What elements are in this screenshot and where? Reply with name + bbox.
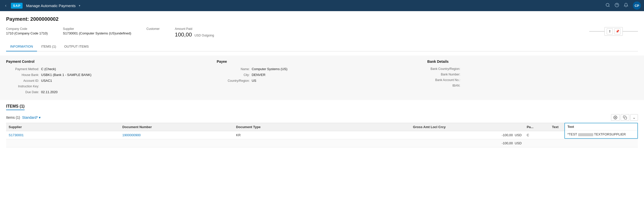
bell-icon[interactable] [624, 3, 628, 9]
bank-number-row: Bank Number: [427, 73, 638, 76]
col-pa: Pa... [524, 123, 549, 131]
view-label: Standard* [22, 115, 38, 120]
user-avatar[interactable]: CP [633, 2, 641, 10]
view-dropdown-icon: ▾ [39, 115, 41, 120]
amount-currency: USD Outgoing [194, 34, 214, 37]
svg-point-0 [606, 3, 609, 6]
workflow-up-button[interactable]: ⇧ [607, 28, 613, 34]
bank-country-row: Bank Country/Region: [427, 67, 638, 71]
items-view-selector[interactable]: Standard* ▾ [22, 115, 40, 120]
items-table-wrapper: Supplier Document Number Document Type G… [6, 123, 638, 147]
totals-currency: USD [515, 141, 522, 145]
supplier-block: Supplier S1730001 (Computer Systems (US)… [63, 27, 131, 35]
payee-name-row: Name: Computer Systems (US) [217, 67, 427, 71]
bank-details-title: Bank Details [427, 59, 638, 64]
document-number-link[interactable]: 1900000900 [122, 133, 141, 137]
row-supplier: S1730001 [6, 131, 120, 139]
row-pa: C [524, 131, 549, 139]
bank-number-label: Bank Number: [427, 73, 460, 76]
payment-control-title: Payment Control [6, 59, 217, 64]
main-content: Payment: 2000000002 Company Code 1710 (C… [0, 11, 644, 219]
header-info: Company Code 1710 (Company Code 1710) Su… [6, 27, 638, 38]
text-popup-header: Text [565, 123, 637, 130]
payee-name-value: Computer Systems (US) [252, 67, 288, 71]
information-section: Payment Control Payment Method: C (Check… [0, 55, 644, 100]
totals-empty-5 [549, 139, 638, 147]
workflow-line-left [589, 31, 604, 32]
totals-amt-value: -100,00 [502, 141, 513, 145]
text-popup: Text *TEST TEXTFORSUPPLIER [564, 123, 638, 139]
house-bank-row: House Bank: USBK1 (Bank 1 - SAMPLE BANK) [6, 73, 217, 77]
account-id-value: USAC1 [41, 79, 52, 83]
company-code-block: Company Code 1710 (Company Code 1710) [6, 27, 48, 35]
items-table: Supplier Document Number Document Type G… [6, 123, 638, 147]
due-date-label: Due Date: [6, 90, 39, 94]
payment-method-row: Payment Method: C (Check) [6, 67, 217, 71]
payee-title: Payee [217, 59, 427, 64]
col-document-type: Document Type [234, 123, 410, 131]
search-icon[interactable] [605, 3, 610, 9]
items-toolbar-left: Items (1) Standard* ▾ [6, 115, 41, 120]
items-table-header: Supplier Document Number Document Type G… [6, 123, 638, 131]
supplier-link[interactable]: S1730001 [9, 133, 24, 137]
tab-items[interactable]: ITEMS (1) [37, 42, 60, 51]
help-icon[interactable] [615, 3, 619, 9]
payee-name-label: Name: [217, 67, 250, 71]
payment-method-label: Payment Method: [6, 67, 39, 71]
account-id-label: Account ID: [6, 79, 39, 83]
expand-icon-button[interactable]: ⌄ [630, 114, 638, 121]
totals-empty-1 [6, 139, 120, 147]
payee-country-label: Country/Region: [217, 79, 250, 83]
company-code-value: 1710 (Company Code 1710) [6, 31, 48, 35]
account-id-row: Account ID: USAC1 [6, 79, 217, 83]
text-popup-suffix: TEXTFORSUPPLIER [594, 132, 626, 136]
text-popup-body: *TEST TEXTFORSUPPLIER [565, 130, 637, 138]
tab-information[interactable]: INFORMATION [6, 42, 37, 51]
text-popup-prefix: *TEST [567, 132, 577, 136]
payment-method-value: C (Check) [41, 67, 56, 71]
payee-city-value: DENVER [252, 73, 265, 77]
copy-icon-button[interactable] [621, 114, 629, 121]
svg-rect-5 [624, 117, 627, 119]
nav-icons: CP [605, 2, 641, 10]
payee-country-value: US [252, 79, 256, 83]
items-table-body: S1730001 1900000900 KR -100,00 USD C [6, 131, 638, 147]
row-document-number: 1900000900 [120, 131, 234, 139]
settings-icon-button[interactable] [611, 114, 620, 121]
workflow-line-right [623, 31, 638, 32]
amount-paid-block: Amount Paid 100,00 USD Outgoing [175, 27, 214, 38]
totals-empty-2 [120, 139, 234, 147]
bank-account-no-row: Bank Account No.: [427, 78, 638, 82]
iban-row: IBAN: [427, 84, 638, 87]
col-supplier: Supplier [6, 123, 120, 131]
bank-details-col: Bank Details Bank Country/Region: Bank N… [427, 59, 638, 96]
table-row: S1730001 1900000900 KR -100,00 USD C [6, 131, 638, 139]
totals-gross-amt: -100,00 USD [410, 139, 524, 147]
nav-title: Manage Automatic Payments [26, 4, 76, 8]
row-document-type: KR [234, 131, 410, 139]
bank-country-label: Bank Country/Region: [427, 67, 460, 71]
col-document-number: Document Number [120, 123, 234, 131]
payee-city-label: City: [217, 73, 250, 77]
payee-city-row: City: DENVER [217, 73, 427, 77]
nav-title-dropdown-icon[interactable]: ▾ [79, 4, 80, 7]
workflow-pin-button[interactable]: 📌 [614, 28, 620, 34]
company-code-label: Company Code [6, 27, 48, 31]
tab-output-items[interactable]: OUTPUT ITEMS [60, 42, 93, 51]
supplier-label: Supplier [63, 27, 131, 31]
customer-block: Customer [147, 27, 160, 31]
amount-value: 100,00 [175, 31, 192, 38]
instruction-key-label: Instruction Key: [6, 85, 39, 88]
totals-empty-4 [524, 139, 549, 147]
workflow-box: ⇧ 📌 [604, 27, 623, 36]
totals-empty-3 [234, 139, 410, 147]
gross-amt-value: -100,00 [502, 133, 513, 137]
items-header-row: Supplier Document Number Document Type G… [6, 123, 638, 131]
payee-country-row: Country/Region: US [217, 79, 427, 83]
tabs: INFORMATION ITEMS (1) OUTPUT ITEMS [6, 42, 638, 51]
customer-label: Customer [147, 27, 160, 31]
top-nav: ‹ SAP Manage Automatic Payments ▾ CP [0, 0, 644, 11]
supplier-value: S1730001 (Computer Systems (US)undefined… [63, 31, 131, 35]
back-button[interactable]: ‹ [3, 2, 8, 9]
instruction-key-row: Instruction Key: [6, 85, 217, 88]
